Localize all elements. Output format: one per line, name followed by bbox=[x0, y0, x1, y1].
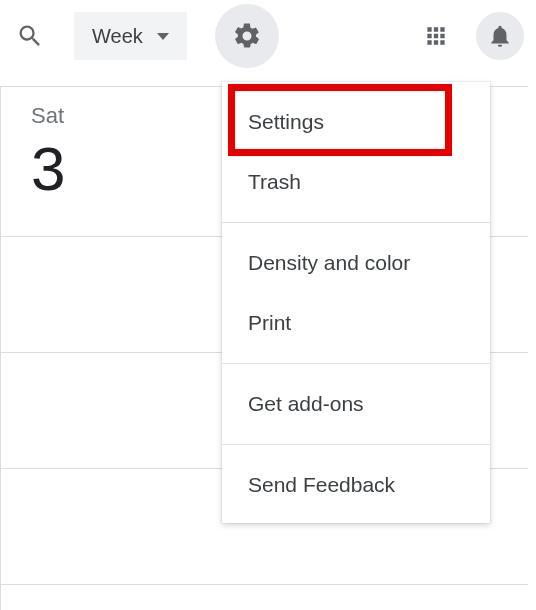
menu-item-trash[interactable]: Trash bbox=[222, 152, 490, 212]
bell-icon bbox=[487, 23, 513, 49]
settings-menu: Settings Trash Density and color Print G… bbox=[222, 82, 490, 523]
menu-item-settings[interactable]: Settings bbox=[222, 92, 490, 152]
hour-row[interactable] bbox=[0, 584, 528, 610]
view-selector[interactable]: Week bbox=[74, 12, 187, 60]
menu-item-print[interactable]: Print bbox=[222, 293, 490, 353]
search-icon bbox=[16, 22, 44, 50]
menu-item-addons[interactable]: Get add-ons bbox=[222, 374, 490, 434]
apps-grid-icon bbox=[423, 23, 449, 49]
search-button[interactable] bbox=[6, 12, 54, 60]
chevron-down-icon bbox=[157, 33, 169, 40]
menu-item-density[interactable]: Density and color bbox=[222, 233, 490, 293]
settings-gear-button[interactable] bbox=[215, 4, 279, 68]
gear-icon bbox=[232, 21, 262, 51]
menu-item-feedback[interactable]: Send Feedback bbox=[222, 455, 490, 515]
notifications-button[interactable] bbox=[476, 12, 524, 60]
toolbar: Week bbox=[0, 0, 536, 72]
apps-button[interactable] bbox=[412, 12, 460, 60]
view-selector-label: Week bbox=[92, 25, 143, 48]
